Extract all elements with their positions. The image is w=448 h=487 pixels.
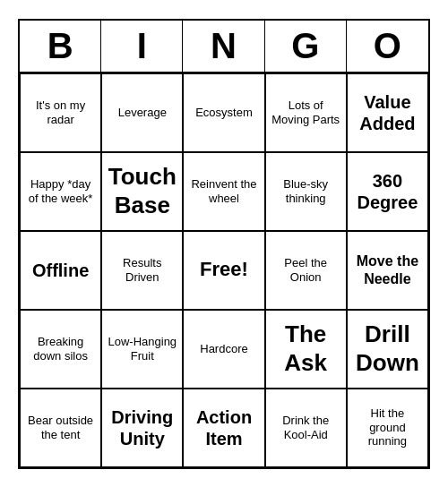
bingo-letter-i: I [101, 21, 183, 72]
bingo-cell-20[interactable]: Bear outside the tent [20, 389, 101, 467]
bingo-header: BINGO [20, 21, 428, 73]
bingo-grid: It's on my radarLeverageEcosystemLots of… [20, 73, 428, 467]
bingo-cell-19[interactable]: Drill Down [347, 310, 428, 389]
bingo-cell-17[interactable]: Hardcore [183, 310, 264, 389]
bingo-cell-12[interactable]: Free! [183, 231, 264, 310]
bingo-cell-21[interactable]: Driving Unity [101, 389, 183, 467]
bingo-cell-18[interactable]: The Ask [265, 310, 347, 389]
bingo-cell-0[interactable]: It's on my radar [20, 73, 101, 152]
bingo-cell-3[interactable]: Lots of Moving Parts [265, 73, 347, 152]
bingo-cell-9[interactable]: 360 Degree [347, 152, 428, 231]
bingo-cell-22[interactable]: Action Item [183, 389, 264, 467]
bingo-letter-o: O [347, 21, 428, 72]
bingo-cell-8[interactable]: Blue-sky thinking [265, 152, 347, 231]
bingo-cell-4[interactable]: Value Added [347, 73, 428, 152]
bingo-cell-5[interactable]: Happy *day of the week* [20, 152, 101, 231]
bingo-cell-15[interactable]: Breaking down silos [20, 310, 101, 389]
bingo-cell-7[interactable]: Reinvent the wheel [183, 152, 264, 231]
bingo-letter-g: G [265, 21, 347, 72]
bingo-cell-11[interactable]: Results Driven [101, 231, 183, 310]
bingo-cell-13[interactable]: Peel the Onion [265, 231, 347, 310]
bingo-cell-16[interactable]: Low-Hanging Fruit [101, 310, 183, 389]
bingo-letter-n: N [183, 21, 264, 72]
bingo-cell-10[interactable]: Offline [20, 231, 101, 310]
bingo-cell-2[interactable]: Ecosystem [183, 73, 264, 152]
bingo-card: BINGO It's on my radarLeverageEcosystemL… [18, 19, 430, 469]
bingo-cell-24[interactable]: Hit the ground running [347, 389, 428, 467]
bingo-cell-23[interactable]: Drink the Kool-Aid [265, 389, 347, 467]
bingo-cell-14[interactable]: Move the Needle [347, 231, 428, 310]
bingo-letter-b: B [20, 21, 101, 72]
bingo-cell-6[interactable]: Touch Base [101, 152, 183, 231]
bingo-cell-1[interactable]: Leverage [101, 73, 183, 152]
